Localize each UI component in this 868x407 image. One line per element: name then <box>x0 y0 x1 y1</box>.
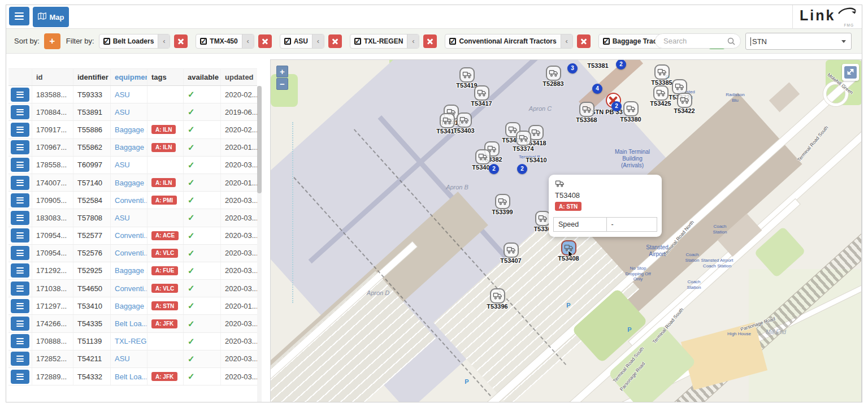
checkbox-checked-icon[interactable]: ✓ <box>449 38 456 45</box>
cell-equipment-link[interactable]: Conventi... <box>111 192 147 209</box>
vehicle-marker[interactable] <box>459 67 475 83</box>
row-menu-button[interactable] <box>11 176 29 190</box>
chevron-left-icon[interactable]: ‹ <box>242 34 254 48</box>
table-row[interactable]: 171297...T53410Baggage ...A: STN✓2020-01… <box>8 297 257 315</box>
remove-filter-button[interactable] <box>577 34 591 48</box>
chevron-left-icon[interactable]: ‹ <box>312 34 324 48</box>
filter-chip-belt-loaders[interactable]: ✓Belt Loaders‹ <box>99 34 171 49</box>
table-row[interactable]: 174007...T57140Baggage ...A: ILN✓2020-01… <box>8 174 257 192</box>
row-menu-button[interactable] <box>11 105 29 119</box>
filter-chip-asu[interactable]: ✓ASU‹ <box>280 34 324 49</box>
cluster-marker[interactable]: 2 <box>616 59 626 70</box>
cluster-marker[interactable]: 2 <box>611 101 622 111</box>
cell-equipment-link[interactable]: Conventi... <box>111 245 147 262</box>
row-menu-button[interactable] <box>11 228 29 243</box>
vehicle-marker[interactable] <box>457 112 472 128</box>
remove-filter-button[interactable] <box>258 34 272 48</box>
table-header-available[interactable]: available <box>184 69 221 85</box>
vehicle-marker[interactable] <box>495 194 510 209</box>
table-header-id[interactable]: id <box>32 69 73 85</box>
cell-equipment-link[interactable]: ASU <box>111 103 147 120</box>
table-row[interactable]: 170888...T51139TXL-REG...✓2020-03... <box>8 333 257 350</box>
vehicle-marker[interactable] <box>579 102 594 117</box>
cluster-marker[interactable]: 2 <box>517 164 527 174</box>
filter-chip-conventional-aircraft-tractors[interactable]: ✓Conventional Aircraft Tractors‹ <box>445 34 572 49</box>
row-menu-button[interactable] <box>11 88 29 102</box>
vehicle-marker[interactable] <box>490 288 505 304</box>
tab-map[interactable]: Map <box>33 7 69 27</box>
row-menu-button[interactable] <box>11 193 29 207</box>
cell-equipment-link[interactable]: ASU <box>111 157 147 174</box>
main-menu-button[interactable] <box>9 7 29 25</box>
row-menu-button[interactable] <box>11 263 29 278</box>
table-row[interactable]: 170917...T55886Baggage ...A: ILN✓2020-02… <box>8 121 257 138</box>
filter-chip-txl-regen[interactable]: ✓TXL-REGEN‹ <box>350 34 419 49</box>
remove-filter-button[interactable] <box>423 34 437 48</box>
zoom-out-button[interactable]: − <box>276 78 288 90</box>
table-row[interactable]: 178558...T60997ASU✓2020-03... <box>8 157 257 174</box>
chevron-left-icon[interactable]: ‹ <box>561 34 572 48</box>
vehicle-marker[interactable] <box>535 211 550 226</box>
table-header-tags[interactable]: tags <box>147 69 184 85</box>
region-dropdown[interactable]: STN <box>745 33 852 50</box>
cell-equipment-link[interactable]: Baggage ... <box>111 262 147 279</box>
row-menu-button[interactable] <box>11 211 29 225</box>
table-row[interactable]: 183588...T59333ASU✓2020-02... <box>8 86 257 103</box>
table-row[interactable]: 171292...T52925Baggage ...A: FUE✓2020-03… <box>8 262 257 280</box>
cluster-marker[interactable]: 4 <box>592 84 602 94</box>
vehicle-marker[interactable] <box>504 243 519 258</box>
cluster-marker[interactable]: 2 <box>489 164 499 174</box>
filter-chip-tmx-450[interactable]: ✓TMX-450‹ <box>196 34 254 49</box>
table-header-updated[interactable]: updated <box>221 69 257 85</box>
cell-equipment-link[interactable]: ASU <box>111 209 147 226</box>
expand-map-button[interactable] <box>844 66 857 79</box>
cell-equipment-link[interactable]: Conventi... <box>111 227 147 244</box>
row-menu-button[interactable] <box>11 299 29 313</box>
remove-filter-button[interactable] <box>328 34 342 48</box>
cell-equipment-link[interactable]: ASU <box>111 350 147 367</box>
cell-equipment-link[interactable]: Conventi... <box>111 280 147 297</box>
checkbox-checked-icon[interactable]: ✓ <box>354 38 361 45</box>
vehicle-marker[interactable] <box>546 66 561 81</box>
checkbox-checked-icon[interactable]: ✓ <box>603 38 610 45</box>
row-menu-button[interactable] <box>11 140 29 154</box>
map-canvas[interactable]: T53408 A: STN Speed - + − Apron CApron B… <box>270 59 862 402</box>
chevron-left-icon[interactable]: ‹ <box>407 34 419 48</box>
cell-equipment-link[interactable]: Belt Loa... <box>111 368 147 385</box>
remove-filter-button[interactable] <box>174 34 188 48</box>
cell-equipment-link[interactable]: Belt Loa... <box>111 315 147 332</box>
table-row[interactable]: 170954...T52577Conventi...A: ACE✓2020-03… <box>8 227 257 245</box>
checkbox-checked-icon[interactable]: ✓ <box>284 38 291 45</box>
table-row[interactable]: 171038...T54650Conventi...A: VLC✓2020-03… <box>8 280 257 297</box>
vehicle-marker[interactable] <box>623 101 639 116</box>
table-header-equipment[interactable]: equipment <box>111 69 147 85</box>
row-menu-button[interactable] <box>11 334 29 348</box>
vehicle-marker[interactable] <box>475 149 491 164</box>
table-row[interactable]: 174266...T54335Belt Loa...A: JFK✓2020-03… <box>8 315 257 332</box>
table-header-identifier[interactable]: identifier <box>73 69 111 85</box>
add-sort-button[interactable]: + <box>44 33 60 49</box>
cell-equipment-link[interactable]: Baggage ... <box>111 121 147 138</box>
table-row[interactable]: 172889...T54332Belt Loa...A: JFK✓2020-03… <box>8 368 257 386</box>
vehicle-marker[interactable] <box>440 113 455 128</box>
search-input[interactable] <box>662 34 724 47</box>
vehicle-marker[interactable] <box>474 85 489 101</box>
checkbox-checked-icon[interactable]: ✓ <box>103 38 110 45</box>
cell-equipment-link[interactable]: Baggage ... <box>111 297 147 314</box>
table-row[interactable]: 172852...T54211ASU✓2020-03... <box>8 350 257 368</box>
checkbox-checked-icon[interactable]: ✓ <box>200 38 207 45</box>
row-menu-button[interactable] <box>11 158 29 172</box>
row-menu-button[interactable] <box>11 246 29 260</box>
row-menu-button[interactable] <box>11 352 29 366</box>
table-row[interactable]: 170884...T53891ASU✓2019-06... <box>8 103 257 121</box>
cluster-marker[interactable]: 3 <box>567 63 578 73</box>
cell-equipment-link[interactable]: Baggage ... <box>111 139 147 156</box>
row-menu-button[interactable] <box>11 370 29 384</box>
vehicle-marker[interactable] <box>653 85 669 101</box>
zoom-in-button[interactable]: + <box>276 66 288 77</box>
vehicle-marker[interactable] <box>516 131 531 146</box>
chevron-left-icon[interactable]: ‹ <box>158 34 170 48</box>
table-scrollbar-thumb[interactable] <box>257 86 262 193</box>
vehicle-marker[interactable] <box>654 64 670 80</box>
table-row[interactable]: 170967...T55862Baggage ...A: ILN✓2020-01… <box>8 139 257 157</box>
